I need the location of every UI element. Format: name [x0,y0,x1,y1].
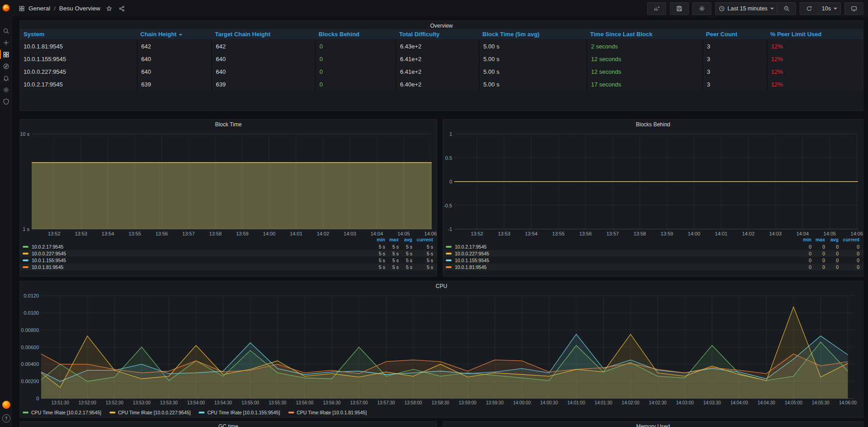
column-header-total-difficulty[interactable]: Total Difficulty [396,29,479,39]
legend-series-toggle[interactable]: CPU Time IRate [10.0.2.17:9545] [23,410,101,415]
apps-icon [19,5,25,12]
legend-series-toggle[interactable]: 10.0.1.155:9545 [446,258,796,263]
legend-stat-value: 5 s [399,264,412,270]
table-header-row: SystemChain HeightTarget Chain HeightBlo… [20,29,863,39]
sidebar-item-server-admin[interactable] [0,96,12,107]
legend-series-toggle[interactable]: CPU Time IRate [10.0.1.155:9545] [199,410,280,415]
avatar-icon[interactable] [2,401,10,409]
x-axis-tick-label: 13:59 [236,231,249,236]
x-axis-tick-label: 13:53:00 [133,400,151,405]
zoom-out-button[interactable] [777,2,796,15]
sidebar-item-create[interactable] [0,37,12,48]
legend-series-toggle[interactable]: CPU Time IRate [10.0.1.81:9545] [288,410,367,415]
x-axis-tick-label: 13:54 [525,231,538,236]
breadcrumb-title[interactable]: Besu Overview [59,5,100,12]
y-axis-tick-label: 0.00200 [20,379,39,384]
legend-stat-header-avg[interactable]: avg [825,237,839,243]
x-axis-tick-label: 14:01 [290,231,302,236]
x-axis-tick-label: 13:55:30 [269,400,286,405]
monitor-icon [851,5,857,12]
explore-icon [3,63,10,70]
x-axis-tick-label: 13:52 [471,231,483,236]
legend-row: 10.0.1.81:95455 s5 s5 s5 s [20,264,437,270]
legend-stats-header: minmaxavgcurrent [20,237,437,243]
legend-series-toggle[interactable]: CPU Time IRate [10.0.0.227:9545] [110,410,191,415]
legend-stat-header-current[interactable]: current [839,237,859,243]
legend-stat-header-current[interactable]: current [412,237,433,243]
grafana-logo-icon[interactable] [2,4,10,12]
column-header--peer-limit-used[interactable]: % Peer Limit Used [767,29,863,39]
legend-series-toggle[interactable]: 10.0.1.81:9545 [23,264,370,270]
x-axis-tick-label: 14:01:30 [595,400,612,405]
sidebar-item-dashboards[interactable] [0,48,12,60]
legend-stat-value: 0 [825,251,839,256]
sidebar-item-search[interactable] [0,25,12,37]
legend-stat-value: 5 s [399,251,412,256]
panel-title-overview[interactable]: Overview [20,23,863,29]
panel-block-time: Block Time 10 s1 s13:5213:5313:5413:5513… [19,119,437,277]
refresh-interval-picker[interactable]: 10s [819,2,841,15]
legend: minmaxavgcurrent10.0.2.17:9545000010.0.0… [443,237,863,270]
sidebar-item-alerting[interactable] [0,72,12,84]
legend-stat-value: 5 s [385,251,399,256]
panel-title-gc-time[interactable]: GC time [20,423,437,427]
sidebar-item-configuration[interactable] [0,84,12,96]
star-icon[interactable] [106,5,112,12]
legend-stat-header-min[interactable]: min [370,237,385,243]
x-axis-tick-label: 13:58:00 [405,400,422,405]
column-header-blocks-behind[interactable]: Blocks Behind [315,29,396,39]
x-axis-tick-label: 13:52 [48,231,61,236]
panel-gc-time: GC time [19,421,437,427]
refresh-controls: 10s [800,2,841,15]
sidebar-item-explore[interactable] [0,60,12,72]
legend-stat-header-min[interactable]: min [796,237,811,243]
column-header-time-since-last-block[interactable]: Time Since Last Block [587,29,702,39]
bb-plot-area[interactable] [454,134,858,229]
time-range-picker[interactable]: Last 15 minutes [715,2,777,15]
y-axis-tick-label: 0.00800 [20,327,39,333]
legend-stat-header-max[interactable]: max [811,237,825,243]
bt-plot-area[interactable] [32,134,432,229]
table-row: 10.0.1.81:954564264206.43e+25.00 s2 seco… [20,41,863,53]
x-axis-tick-label: 14:02 [317,231,329,236]
legend-series-toggle[interactable]: 10.0.1.81:9545 [446,264,796,270]
legend-series-toggle[interactable]: 10.0.0.227:9545 [23,251,370,256]
breadcrumb-section[interactable]: General [29,5,50,12]
panel-title-memory-used[interactable]: Memory Used [443,423,863,427]
save-dashboard-button[interactable] [670,2,689,15]
legend: minmaxavgcurrent10.0.2.17:95455 s5 s5 s5… [20,237,437,270]
column-header-system[interactable]: System [20,29,137,39]
panel-title-cpu[interactable]: CPU [20,283,863,289]
panel-title-blocks-behind[interactable]: Blocks Behind [443,121,863,128]
legend-stat-value: 5 s [385,258,399,263]
chevron-down-icon [770,8,774,10]
legend-series-toggle[interactable]: 10.0.1.155:9545 [23,258,370,263]
cycle-view-mode-button[interactable] [844,2,863,15]
column-header-target-chain-height[interactable]: Target Chain Height [211,29,315,39]
settings-gear-icon [699,5,705,12]
column-header-chain-height[interactable]: Chain Height [137,29,211,39]
column-header-block-time-5m-avg-[interactable]: Block Time (5m avg) [479,29,587,39]
x-axis-tick-label: 13:57:30 [377,400,395,405]
help-icon[interactable]: ? [2,414,10,422]
legend-series-toggle[interactable]: 10.0.2.17:9545 [23,244,370,249]
panel-title-block-time[interactable]: Block Time [20,121,437,128]
table-row: 10.0.0.227:954564064006.41e+25.00 s12 se… [20,66,863,78]
series-color-dash-icon [23,246,29,248]
refresh-button[interactable] [800,2,819,15]
legend-stat-header-avg[interactable]: avg [399,237,412,243]
x-axis-tick-label: 13:51:30 [52,400,69,405]
legend-stat-value: 5 s [385,244,399,249]
legend-row: 10.0.0.227:95450000 [443,250,863,257]
share-icon[interactable] [119,5,125,12]
add-panel-button[interactable] [647,2,666,15]
dashboard-settings-button[interactable] [692,2,711,15]
legend-stat-header-max[interactable]: max [385,237,399,243]
column-header-peer-count[interactable]: Peer Count [702,29,767,39]
legend-series-name: 10.0.0.227:9545 [455,251,489,256]
legend-series-toggle[interactable]: 10.0.2.17:9545 [446,244,796,249]
legend-row: 10.0.0.227:95455 s5 s5 s5 s [20,250,437,257]
cpu-plot-area[interactable] [41,296,854,398]
legend-series-name: 10.0.0.227:9545 [32,251,66,256]
legend-series-toggle[interactable]: 10.0.0.227:9545 [446,251,796,256]
